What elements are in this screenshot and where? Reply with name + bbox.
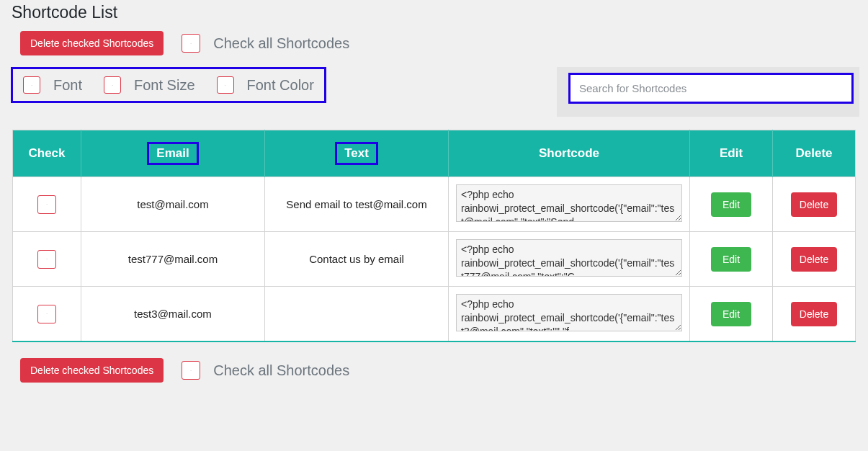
delete-checked-button[interactable]: Delete checked Shortcodes <box>20 358 164 383</box>
cell-text <box>265 287 449 342</box>
check-all-checkbox[interactable]: · <box>182 34 200 53</box>
toolbar-bottom: Delete checked Shortcodes · Check all Sh… <box>9 358 859 383</box>
row-checkbox[interactable]: · <box>37 195 56 214</box>
cell-email: test@mail.com <box>81 177 265 232</box>
delete-checked-button[interactable]: Delete checked Shortcodes <box>20 31 164 55</box>
delete-button[interactable]: Delete <box>791 192 837 217</box>
row-checkbox[interactable]: · <box>37 305 56 323</box>
shortcode-textarea[interactable] <box>456 294 682 331</box>
font-color-label: Font Color <box>247 77 314 94</box>
edit-button[interactable]: Edit <box>711 247 751 272</box>
check-all-checkbox[interactable]: · <box>182 361 200 380</box>
shortcode-textarea[interactable] <box>456 239 682 277</box>
filters-box: · Font · Font Size · Font Color <box>11 67 326 103</box>
check-all-label: Check all Shortcodes <box>213 362 349 379</box>
filter-font-color: · Font Color <box>217 76 314 94</box>
font-color-checkbox[interactable]: · <box>217 76 234 94</box>
search-input-highlight <box>568 73 854 104</box>
cell-email: test777@mail.com <box>81 232 265 287</box>
th-delete: Delete <box>773 130 856 177</box>
page-title: Shortcode List <box>9 3 859 22</box>
check-all-group: · Check all Shortcodes <box>182 361 349 380</box>
th-check: Check <box>13 130 81 177</box>
edit-button[interactable]: Edit <box>711 302 751 326</box>
toolbar-top: Delete checked Shortcodes · Check all Sh… <box>9 31 859 55</box>
cell-text: Send email to test@mail.com <box>265 177 449 232</box>
font-size-label: Font Size <box>134 77 194 94</box>
row-checkbox[interactable]: · <box>37 250 56 269</box>
table-row: · test3@mail.com Edit Delete <box>13 287 856 342</box>
font-label: Font <box>53 77 82 94</box>
table-row: · test777@mail.com Contact us by email E… <box>13 232 856 287</box>
table-header-row: Check Email Text Shortcode Edit Delete <box>13 130 856 177</box>
edit-button[interactable]: Edit <box>711 192 751 217</box>
table-row: · test@mail.com Send email to test@mail.… <box>13 177 856 232</box>
th-edit: Edit <box>690 130 773 177</box>
shortcode-table: Check Email Text Shortcode Edit Delete ·… <box>12 130 856 342</box>
check-all-group: · Check all Shortcodes <box>182 34 349 53</box>
search-container <box>557 67 859 117</box>
font-checkbox[interactable]: · <box>23 76 40 94</box>
filter-font: · Font <box>23 76 82 94</box>
check-all-label: Check all Shortcodes <box>213 35 349 52</box>
th-shortcode: Shortcode <box>449 130 690 177</box>
filter-font-size: · Font Size <box>104 76 194 94</box>
th-text: Text <box>265 130 449 177</box>
font-size-checkbox[interactable]: · <box>104 76 121 94</box>
delete-button[interactable]: Delete <box>791 247 837 272</box>
filters-row: · Font · Font Size · Font Color <box>9 67 859 117</box>
delete-button[interactable]: Delete <box>791 302 837 326</box>
shortcode-textarea[interactable] <box>456 184 682 222</box>
cell-email: test3@mail.com <box>81 287 265 342</box>
cell-text: Contact us by email <box>265 232 449 287</box>
search-input[interactable] <box>571 75 851 102</box>
th-email: Email <box>81 130 265 177</box>
